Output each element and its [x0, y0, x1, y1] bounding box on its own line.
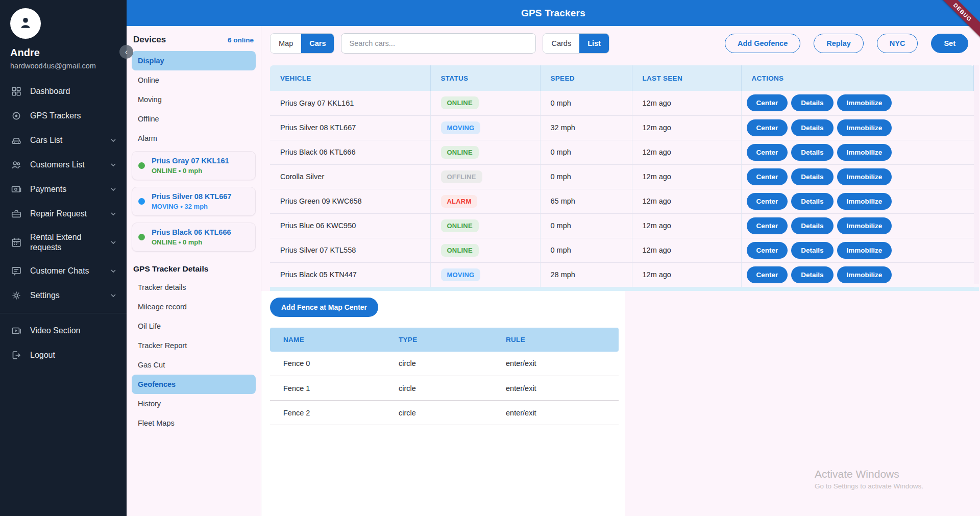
- geofence-column-header: RULE: [493, 328, 619, 352]
- status-cell: ONLINE: [430, 213, 540, 238]
- toolbar-action-button[interactable]: Replay: [814, 34, 864, 53]
- actions-cell: Center Details Immobilize: [741, 91, 974, 115]
- devices-panel-title: Devices: [133, 35, 166, 45]
- status-badge: ONLINE: [441, 96, 479, 109]
- sidebar-item-repair-request[interactable]: Repair Request: [0, 202, 127, 226]
- immobilize-button[interactable]: Immobilize: [837, 193, 892, 210]
- sidebar-item-video-section[interactable]: Video Section: [0, 318, 127, 343]
- sidebar-item-dashboard[interactable]: Dashboard: [0, 79, 127, 104]
- search-input[interactable]: [341, 33, 536, 54]
- vehicle-name-cell: Corolla Silver: [270, 164, 430, 189]
- device-filter-item[interactable]: Online: [132, 70, 256, 90]
- layout-segment-button[interactable]: Cards: [543, 34, 579, 53]
- last-seen-cell: 12m ago: [632, 189, 741, 213]
- view-segment-button[interactable]: Cars: [301, 34, 334, 53]
- center-button[interactable]: Center: [747, 168, 788, 185]
- layout-segment-button[interactable]: List: [579, 34, 609, 53]
- vertical-scrollbar[interactable]: [974, 65, 979, 284]
- details-button[interactable]: Details: [791, 144, 833, 161]
- status-cell: ALARM: [430, 189, 540, 213]
- center-button[interactable]: Center: [747, 119, 788, 136]
- device-filter-item[interactable]: Moving: [132, 90, 256, 109]
- chevron-down-icon: [109, 238, 117, 247]
- geofence-column-header: NAME: [270, 328, 385, 352]
- vehicle-name-cell: Prius Silver 07 KTL558: [270, 238, 430, 262]
- sidebar-item-payments[interactable]: Payments: [0, 177, 127, 202]
- immobilize-button[interactable]: Immobilize: [837, 168, 892, 185]
- details-button[interactable]: Details: [791, 193, 833, 210]
- fence-rule-cell: enter/exit: [493, 376, 619, 401]
- center-button[interactable]: Center: [747, 217, 788, 234]
- geofence-table-header-row: NAMETYPERULE: [270, 328, 619, 352]
- details-button[interactable]: Details: [791, 242, 833, 259]
- vehicle-row: Prius Gray 07 KKL161 ONLINE 0 mph 12m ag…: [270, 91, 974, 115]
- device-card-name: Prius Gray 07 KKL161: [152, 157, 229, 165]
- device-card-list: Prius Gray 07 KKL161 ONLINE • 0 mph Priu…: [127, 151, 261, 252]
- details-button[interactable]: Details: [791, 266, 833, 283]
- immobilize-button[interactable]: Immobilize: [837, 119, 892, 136]
- tracker-detail-item[interactable]: Geofences: [132, 375, 256, 394]
- sidebar-divider: [0, 313, 127, 313]
- horizontal-scrollbar[interactable]: [270, 287, 979, 291]
- immobilize-button[interactable]: Immobilize: [837, 217, 892, 234]
- sidebar-item-customer-chats[interactable]: Customer Chats: [0, 259, 127, 283]
- customers-icon: [10, 159, 22, 171]
- tracker-detail-item[interactable]: Mileage record: [132, 297, 256, 316]
- vehicle-row: Prius Green 09 KWC658 ALARM 65 mph 12m a…: [270, 189, 974, 213]
- toolbar: Map Cars Cards List: [261, 26, 980, 54]
- center-button[interactable]: Center: [747, 242, 788, 259]
- main-content: Map Cars Cards List: [261, 26, 980, 516]
- tracker-detail-item[interactable]: Oil Life: [132, 316, 256, 336]
- sidebar-item-settings[interactable]: Settings: [0, 283, 127, 308]
- sidebar-item-logout[interactable]: Logout: [0, 343, 127, 367]
- tracker-detail-item[interactable]: Fleet Maps: [132, 413, 256, 433]
- immobilize-button[interactable]: Immobilize: [837, 242, 892, 259]
- center-button[interactable]: Center: [747, 94, 788, 111]
- details-button[interactable]: Details: [791, 217, 833, 234]
- view-segment-button[interactable]: Map: [271, 34, 301, 53]
- sidebar-item-customers-list[interactable]: Customers List: [0, 153, 127, 177]
- immobilize-button[interactable]: Immobilize: [837, 94, 892, 111]
- app-header: GPS Trackers: [127, 0, 980, 26]
- center-button[interactable]: Center: [747, 193, 788, 210]
- device-filters: Display Online Moving Offline Alarm: [127, 51, 261, 148]
- chevron-down-icon: [109, 210, 117, 218]
- tracker-detail-item[interactable]: Gas Cut: [132, 355, 256, 375]
- device-card-status: MOVING • 32 mph: [152, 203, 231, 210]
- chevron-down-icon: [109, 185, 117, 193]
- device-card[interactable]: Prius Gray 07 KKL161 ONLINE • 0 mph: [132, 151, 256, 180]
- geofence-table: NAMETYPERULE Fence 0 circle enter/exit: [270, 328, 619, 426]
- device-card-name: Prius Black 06 KTL666: [152, 228, 231, 236]
- device-card[interactable]: Prius Black 06 KTL666 ONLINE • 0 mph: [132, 223, 256, 252]
- toolbar-action-button[interactable]: NYC: [877, 34, 918, 53]
- sidebar-item-cars-list[interactable]: Cars List: [0, 128, 127, 153]
- device-filter-item[interactable]: Display: [132, 51, 256, 70]
- tracker-detail-item[interactable]: Tracker details: [132, 278, 256, 297]
- details-button[interactable]: Details: [791, 119, 833, 136]
- vehicles-table-wrap: VEHICLESTATUSSPEEDLAST SEENACTIONS Prius…: [270, 65, 979, 287]
- center-button[interactable]: Center: [747, 266, 788, 283]
- sidebar-item-rental-extend-requests[interactable]: Rental Extend requests: [0, 226, 127, 259]
- sidebar-item-gps-trackers[interactable]: GPS Trackers: [0, 104, 127, 128]
- immobilize-button[interactable]: Immobilize: [837, 266, 892, 283]
- tracker-detail-item[interactable]: Tracker Report: [132, 336, 256, 355]
- toolbar-action-button[interactable]: Set: [931, 34, 968, 53]
- avatar[interactable]: [10, 8, 41, 39]
- tracker-detail-item[interactable]: History: [132, 394, 256, 413]
- details-button[interactable]: Details: [791, 94, 833, 111]
- lower-right-area: [625, 291, 980, 516]
- sidebar-collapse-button[interactable]: ‹: [119, 45, 133, 59]
- toolbar-action-button[interactable]: Add Geofence: [725, 34, 800, 53]
- device-card[interactable]: Prius Silver 08 KTL667 MOVING • 32 mph: [132, 187, 256, 216]
- center-button[interactable]: Center: [747, 144, 788, 161]
- user-name: Andre: [10, 47, 116, 59]
- logout-icon: [10, 349, 22, 361]
- device-filter-item[interactable]: Alarm: [132, 129, 256, 148]
- add-fence-button[interactable]: Add Fence at Map Center: [270, 298, 378, 317]
- details-button[interactable]: Details: [791, 168, 833, 185]
- device-filter-item[interactable]: Offline: [132, 109, 256, 129]
- status-cell: MOVING: [430, 115, 540, 140]
- status-badge: MOVING: [441, 268, 481, 281]
- immobilize-button[interactable]: Immobilize: [837, 144, 892, 161]
- vehicle-row: Corolla Silver OFFLINE 0 mph 12m ago Cen…: [270, 164, 974, 189]
